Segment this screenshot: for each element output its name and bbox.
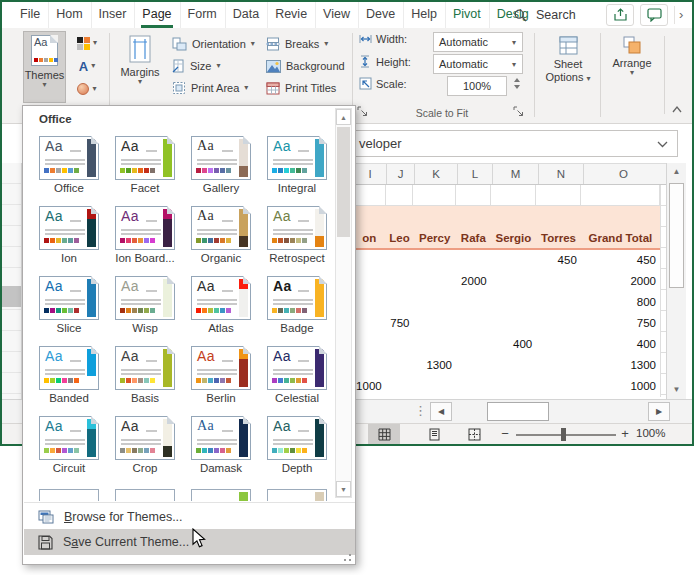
- theme-colors-button[interactable]: ▾: [69, 32, 105, 54]
- column-header-k[interactable]: K: [414, 164, 457, 184]
- resize-grip[interactable]: [349, 559, 351, 561]
- theme-item-banded[interactable]: AaBanded: [31, 346, 107, 416]
- horizontal-scrollbar-thumb[interactable]: [487, 402, 549, 421]
- sheet-cell[interactable]: [413, 376, 456, 397]
- zoom-slider[interactable]: [516, 434, 616, 436]
- pivot-data-row[interactable]: 10001000: [353, 376, 660, 397]
- size-button[interactable]: Size ▾: [172, 55, 220, 77]
- scroll-up-button[interactable]: ▲: [667, 163, 686, 181]
- sheet-cell[interactable]: 1000: [353, 376, 386, 397]
- zoom-in-button[interactable]: +: [618, 426, 632, 441]
- sheet-cell[interactable]: [353, 206, 386, 228]
- sheet-cell[interactable]: Sergio: [491, 228, 537, 248]
- row-header-selected[interactable]: [2, 286, 21, 307]
- theme-effects-button[interactable]: ▾: [69, 78, 105, 100]
- theme-item-ion[interactable]: AaIon: [31, 206, 107, 276]
- sheet-cell[interactable]: [386, 355, 414, 376]
- sheet-cell[interactable]: [456, 292, 491, 313]
- sheet-cell[interactable]: [353, 250, 386, 271]
- sheet-cell[interactable]: [456, 376, 491, 397]
- column-header-j[interactable]: J: [386, 164, 414, 184]
- search-box[interactable]: Search: [514, 3, 576, 27]
- theme-item-damask[interactable]: AaDamask: [183, 416, 259, 486]
- sheet-cell[interactable]: [491, 271, 537, 292]
- sheet-cell[interactable]: [536, 271, 581, 292]
- breaks-button[interactable]: Breaks ▾: [266, 33, 328, 55]
- sheet-cell[interactable]: [581, 206, 660, 228]
- tab-hom[interactable]: Hom: [48, 2, 90, 28]
- sheet-cell[interactable]: [456, 334, 491, 355]
- page-setup-dialog-launcher[interactable]: [357, 106, 369, 118]
- sheet-cell[interactable]: [536, 185, 581, 206]
- sheet-options-button[interactable]: Sheet Options ▾: [539, 31, 597, 103]
- column-header-l[interactable]: L: [457, 164, 492, 184]
- margins-button[interactable]: Margins ▾: [114, 31, 166, 103]
- width-select[interactable]: Automatic ▾: [433, 32, 523, 52]
- sheet-cell[interactable]: [353, 185, 386, 206]
- share-button[interactable]: [606, 4, 634, 26]
- sheet-cell[interactable]: [413, 313, 456, 334]
- sheet-cell[interactable]: [353, 313, 386, 334]
- sheet-cell[interactable]: [353, 355, 386, 376]
- sheet-cell[interactable]: [386, 292, 414, 313]
- theme-item-partial[interactable]: [115, 489, 175, 501]
- vertical-scrollbar[interactable]: ▲ ▼: [666, 163, 686, 399]
- sheet-cell[interactable]: 1000: [581, 376, 660, 397]
- sheet-cell[interactable]: [413, 185, 456, 206]
- theme-item-berlin[interactable]: AaBerlin: [183, 346, 259, 416]
- sheet-cell[interactable]: 2000: [456, 271, 491, 292]
- theme-item-office[interactable]: AaOffice: [31, 136, 107, 206]
- dropdown-scroll-down-button[interactable]: ▼: [336, 481, 351, 497]
- collapse-ribbon-button[interactable]: [670, 104, 684, 114]
- sheet-cell[interactable]: [456, 185, 491, 206]
- height-select[interactable]: Automatic ▾: [433, 54, 523, 74]
- sheet-cell[interactable]: Percy: [413, 228, 456, 248]
- browse-themes-item[interactable]: Browse for Themes...: [24, 504, 355, 529]
- theme-item-integral[interactable]: AaIntegral: [259, 136, 335, 206]
- sheet-cell[interactable]: [353, 271, 386, 292]
- sheet-cell[interactable]: [413, 206, 456, 228]
- sheet-cell[interactable]: [491, 376, 537, 397]
- print-area-button[interactable]: Print Area ▾: [172, 77, 248, 99]
- tab-inser[interactable]: Inser: [91, 2, 135, 28]
- zoom-level[interactable]: 100%: [636, 427, 665, 439]
- pivot-data-row[interactable]: 450450: [353, 250, 660, 271]
- pivot-data-row[interactable]: 20002000: [353, 271, 660, 292]
- scroll-right-button[interactable]: ▶: [648, 402, 670, 421]
- splitter-dots-icon[interactable]: ⋮: [414, 403, 427, 418]
- sheet-cell[interactable]: [386, 250, 414, 271]
- sheet-cell[interactable]: 450: [581, 250, 660, 271]
- column-header-o[interactable]: O: [583, 164, 663, 184]
- scroll-left-button[interactable]: ◀: [430, 402, 452, 421]
- row-header-strip[interactable]: [2, 163, 22, 399]
- theme-item-partial[interactable]: [191, 489, 251, 501]
- theme-item-ion-board[interactable]: AaIon Board...: [107, 206, 183, 276]
- sheet-cell[interactable]: [456, 206, 491, 228]
- theme-item-gallery[interactable]: AaGallery: [183, 136, 259, 206]
- theme-item-crop[interactable]: AaCrop: [107, 416, 183, 486]
- sheet-cell[interactable]: [491, 313, 537, 334]
- pivot-data-row[interactable]: 750750: [353, 313, 660, 334]
- sheet-cell[interactable]: 2000: [581, 271, 660, 292]
- more-chevron-icon[interactable]: ›: [674, 6, 683, 24]
- dropdown-scrollbar[interactable]: ▲ ▼: [335, 108, 352, 498]
- save-theme-item[interactable]: Save Current Theme...: [24, 529, 355, 555]
- sheet-cell[interactable]: [386, 185, 414, 206]
- themes-button[interactable]: Aa Themes ▾: [23, 31, 66, 103]
- sheet-cell[interactable]: [353, 292, 386, 313]
- theme-item-slice[interactable]: AaSlice: [31, 276, 107, 346]
- sheet-cell[interactable]: 750: [581, 313, 660, 334]
- theme-item-depth[interactable]: AaDepth: [259, 416, 335, 486]
- spinner-arrows-icon[interactable]: [514, 78, 520, 89]
- sheet-cell[interactable]: [581, 185, 660, 206]
- tab-pivot[interactable]: Pivot: [445, 2, 489, 28]
- view-normal-button[interactable]: [368, 424, 400, 444]
- range-combobox[interactable]: veloper: [340, 130, 678, 157]
- sheet-cell[interactable]: Grand Total: [581, 228, 660, 248]
- sheet-cell[interactable]: [386, 334, 414, 355]
- tab-revie[interactable]: Revie: [267, 2, 315, 28]
- vertical-scrollbar-thumb[interactable]: [669, 183, 684, 288]
- sheet-cell[interactable]: [491, 250, 537, 271]
- theme-item-organic[interactable]: AaOrganic: [183, 206, 259, 276]
- column-header-n[interactable]: N: [538, 164, 583, 184]
